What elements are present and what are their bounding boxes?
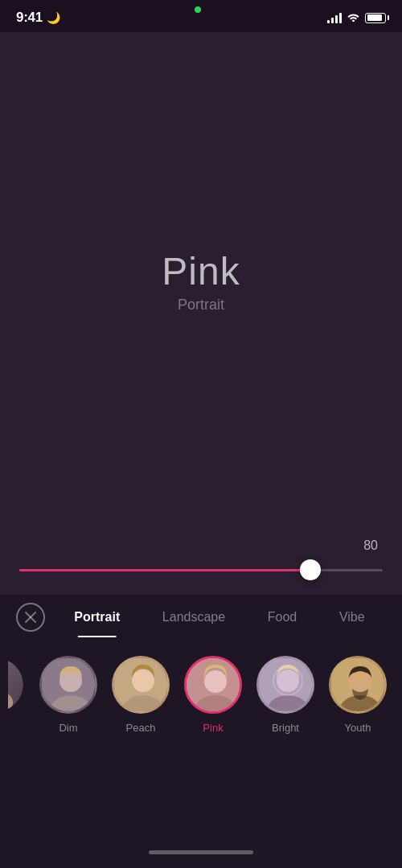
wifi-icon	[347, 11, 360, 24]
slider-section: 80	[0, 530, 402, 595]
filter-avatar-youth	[329, 656, 387, 714]
filter-label-pink: Pink	[203, 722, 223, 734]
filter-item-partial[interactable]	[8, 656, 32, 714]
slider-thumb[interactable]	[300, 559, 321, 580]
filter-label-youth: Youth	[345, 722, 371, 734]
filter-item-peach[interactable]: Peach	[105, 656, 177, 734]
filter-subtitle-display: Portrait	[178, 297, 224, 313]
signal-icon	[327, 12, 342, 23]
svg-point-3	[8, 690, 13, 714]
moon-icon: 🌙	[47, 11, 60, 24]
svg-point-11	[204, 670, 227, 693]
filter-avatar-bright	[256, 656, 314, 714]
filter-label-bright: Bright	[272, 722, 299, 734]
tab-food[interactable]: Food	[258, 604, 306, 631]
slider-value-label: 80	[19, 538, 383, 553]
tab-portrait[interactable]: Portrait	[64, 604, 129, 631]
tab-items: Portrait Landscape Food Vibe	[45, 604, 386, 631]
svg-point-14	[277, 669, 299, 692]
svg-point-8	[132, 669, 154, 692]
filter-avatar-pink	[184, 656, 242, 714]
filter-avatar-dim	[39, 656, 97, 714]
filter-carousel: Dim Peach	[0, 640, 402, 747]
filter-label-peach: Peach	[126, 722, 156, 734]
filter-item-pink[interactable]: Pink	[177, 656, 249, 734]
filter-item-bright[interactable]: Bright	[249, 656, 322, 734]
slider-track	[19, 569, 383, 571]
status-time: 9:41	[16, 10, 43, 26]
filter-label-dim: Dim	[59, 722, 77, 734]
category-tab-bar: Portrait Landscape Food Vibe	[0, 595, 402, 640]
filter-item-dim[interactable]: Dim	[32, 656, 105, 734]
filter-name-display: Pink	[162, 249, 240, 293]
slider-container[interactable]	[19, 558, 383, 582]
status-icons	[327, 11, 386, 24]
main-preview-area: Pink Portrait	[0, 32, 402, 530]
filter-avatar-peach	[112, 656, 170, 714]
cancel-button[interactable]	[16, 603, 45, 632]
tab-landscape[interactable]: Landscape	[153, 604, 235, 631]
filter-item-youth[interactable]: Youth	[322, 656, 394, 734]
home-bar	[149, 850, 253, 854]
bottom-spacer	[0, 747, 402, 836]
home-indicator	[0, 836, 402, 868]
filter-items-wrapper: Dim Peach	[0, 656, 402, 734]
status-bar: 9:41 🌙	[0, 0, 402, 32]
tab-vibe[interactable]: Vibe	[330, 604, 375, 631]
slider-fill	[19, 569, 310, 571]
green-dot	[195, 6, 201, 13]
battery-icon	[365, 13, 386, 23]
